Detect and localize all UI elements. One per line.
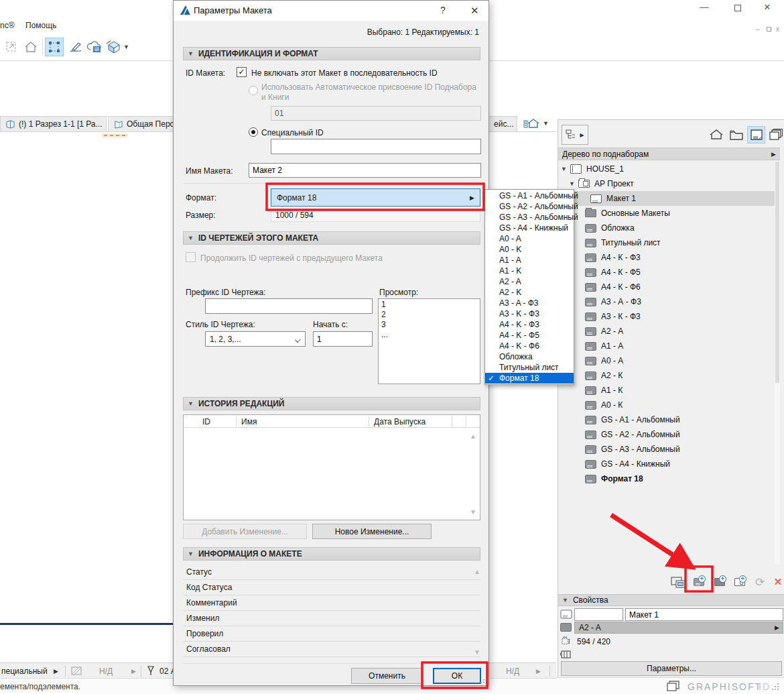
window-close-button[interactable]: ✕	[756, 2, 779, 12]
window-maximize-button[interactable]	[734, 5, 741, 11]
section-identification-header[interactable]: ▼ ИДЕНТИФИКАЦИЯ И ФОРМАТ	[183, 47, 480, 60]
project-map-icon[interactable]	[707, 126, 725, 143]
section-revision-header[interactable]: ▼ ИСТОРИЯ РЕДАКЦИЙ	[183, 397, 480, 410]
scroll-down-icon[interactable]: ▼	[470, 508, 476, 516]
windows-stack-icon[interactable]	[667, 681, 679, 691]
layout-id-field[interactable]	[574, 608, 623, 621]
column-name[interactable]: Имя	[241, 417, 257, 426]
status-layout-type[interactable]: пециальный	[1, 667, 48, 676]
layout-info-row[interactable]: Согласовал	[183, 642, 480, 657]
tree-item[interactable]: GS - A4 - Книжный	[558, 457, 780, 471]
dialog-close-button[interactable]: ✕	[470, 5, 479, 17]
format-menu-item[interactable]: A2 - A	[485, 276, 574, 287]
format-menu-item[interactable]: A3 - A - Ф3	[485, 298, 574, 308]
tree-item[interactable]: ▼АР Проект	[558, 176, 780, 191]
tree-item[interactable]: Титульный лист	[558, 235, 780, 250]
scroll-up-icon[interactable]: ▲	[474, 568, 480, 575]
scroll-down-icon[interactable]: ▼	[474, 648, 480, 656]
status-arrow-icon[interactable]: ▶	[54, 668, 58, 675]
layout-info-row[interactable]: Комментарий	[183, 595, 480, 611]
partial-tool-icon[interactable]	[1, 38, 20, 56]
status-na-2[interactable]: Н/Д	[506, 667, 519, 676]
master-layout-dropdown[interactable]: A2 - A ▶	[574, 622, 783, 634]
tree-item[interactable]: Основные Макеты	[558, 206, 780, 221]
menu-item-help[interactable]: Помощь	[25, 21, 56, 30]
tree-item[interactable]: ▼HOUSE_1	[558, 162, 780, 176]
layout-info-row[interactable]: Проверил	[183, 626, 480, 642]
custom-id-radio[interactable]	[249, 127, 258, 137]
tab-section-1-1[interactable]: (!) 1 Разрез 1-1 [1 Ра...	[0, 116, 107, 131]
chevron-down-icon[interactable]: ▼	[569, 180, 578, 187]
format-menu-item[interactable]: ✓Формат 18	[485, 373, 574, 384]
exclude-id-checkbox[interactable]: ✓	[237, 67, 247, 77]
id-style-combo[interactable]: 1, 2, 3,...	[205, 331, 306, 347]
format-menu-item[interactable]: GS - A1 - Альбомный	[485, 190, 574, 201]
auto-id-radio[interactable]	[249, 86, 258, 95]
format-menu-item[interactable]: A1 - A	[485, 255, 574, 266]
chevron-down-icon[interactable]: ▼	[561, 166, 570, 172]
format-menu-item[interactable]: GS - A3 - Альбомный	[485, 212, 574, 223]
dialog-titlebar[interactable]: Параметры Макета ? ✕	[174, 1, 488, 21]
tree-item[interactable]: А4 - К - Ф6	[558, 280, 780, 294]
tree-item[interactable]: Макет 1	[558, 191, 780, 206]
dialog-help-button[interactable]: ?	[440, 5, 446, 15]
tab-partial[interactable]: ейс...	[489, 116, 517, 131]
column-release-date[interactable]: Дата Выпуска	[374, 417, 426, 426]
tree-item[interactable]: GS - A1 - Альбомный	[558, 412, 780, 427]
tree-item[interactable]: А1 - К	[558, 383, 780, 398]
layout-info-row[interactable]: Код Статуса	[183, 580, 480, 595]
format-dropdown[interactable]: Формат 18 ▶	[271, 188, 480, 207]
format-menu-item[interactable]: GS - A4 - Книжный	[485, 223, 574, 233]
scroll-up-icon[interactable]: ▲	[470, 432, 476, 440]
section-layout-info-header[interactable]: ▼ ИНФОРМАЦИЯ О МАКЕТЕ	[183, 547, 480, 561]
tree-item[interactable]: А1 - А	[558, 339, 780, 353]
child-window-minimize-button[interactable]: –	[756, 25, 760, 33]
layout-name-field[interactable]	[625, 608, 783, 621]
tree-item[interactable]: А3 - К - Ф3	[558, 309, 780, 324]
new-subset-icon[interactable]: +	[731, 573, 748, 591]
home-icon[interactable]	[21, 38, 40, 56]
tree-item[interactable]: Формат 18	[558, 471, 780, 486]
ok-button[interactable]: ОК	[433, 668, 481, 684]
sketch-tool-icon[interactable]	[66, 38, 85, 56]
format-menu-item[interactable]: A0 - K	[485, 244, 574, 255]
child-window-close-button[interactable]: x	[776, 25, 779, 33]
tab-perspective[interactable]: Общая Перспе...	[108, 116, 173, 131]
format-menu-item[interactable]: A3 - K - Ф3	[485, 308, 574, 319]
format-menu-item[interactable]: A2 - K	[485, 287, 574, 298]
format-menu-item[interactable]: A4 - K - Ф5	[485, 330, 574, 341]
tree-scrollbar[interactable]	[775, 162, 780, 564]
menu-item-partial[interactable]: nc®	[0, 21, 15, 30]
tree-item[interactable]: А4 - К - Ф3	[558, 250, 780, 265]
new-change-button[interactable]: Новое Изменение...	[312, 524, 432, 539]
tree-item[interactable]: А0 - А	[558, 353, 780, 368]
column-id[interactable]: ID	[202, 417, 210, 426]
layout-info-row[interactable]: Изменил	[183, 611, 480, 626]
tab-list-button[interactable]: ▼	[523, 117, 549, 129]
tree-item[interactable]: Обложка	[558, 221, 780, 235]
tree-item[interactable]: А2 - А	[558, 324, 780, 339]
format-menu-item[interactable]: A4 - K - Ф6	[485, 341, 574, 351]
continue-ids-checkbox[interactable]	[186, 252, 196, 262]
arrange-tool-icon[interactable]	[45, 38, 64, 56]
format-menu-item[interactable]: A1 - K	[485, 266, 574, 276]
tree-item[interactable]: А4 - К - Ф5	[558, 265, 780, 280]
status-na-1[interactable]: Н/Д	[99, 667, 113, 676]
tree-item[interactable]: А2 - К	[558, 368, 780, 383]
window-minimize-button[interactable]: —	[693, 2, 716, 12]
status-arrow-icon[interactable]: ▶	[536, 668, 541, 675]
prefix-field[interactable]	[205, 298, 373, 314]
new-layout-icon[interactable]: +	[690, 573, 708, 591]
3d-view-icon[interactable]	[105, 38, 123, 56]
tree-item[interactable]: А3 - А - Ф3	[558, 294, 780, 309]
status-arrow-icon[interactable]: ▶	[131, 668, 136, 675]
format-menu-item[interactable]: Титульный лист	[485, 362, 574, 373]
publisher-sets-icon[interactable]	[767, 126, 784, 143]
format-menu-item[interactable]: A4 - K - Ф3	[485, 319, 574, 330]
tree-by-subsets-header[interactable]: Дерево по поднаборам ▶	[558, 148, 780, 160]
custom-id-field[interactable]	[271, 139, 481, 154]
tree-item[interactable]: GS - A2 - Альбомный	[558, 427, 780, 442]
parameters-button[interactable]: Параметры...	[561, 661, 782, 676]
layout-info-row[interactable]: Статус	[183, 565, 480, 580]
new-master-layout-icon[interactable]: +	[711, 573, 728, 591]
